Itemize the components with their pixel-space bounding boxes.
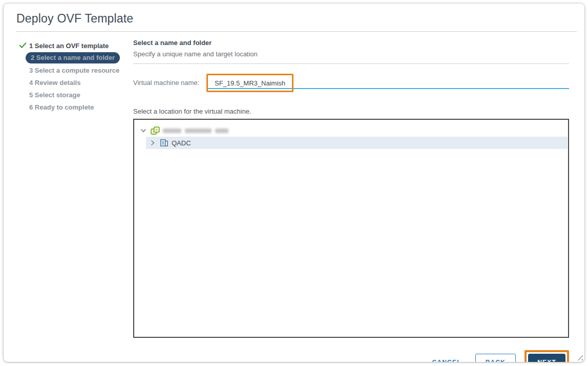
cancel-button[interactable]: CANCEL	[432, 354, 461, 362]
chevron-right-icon[interactable]	[149, 139, 156, 146]
step-ready-to-complete[interactable]: 6 Ready to complete	[4, 101, 129, 113]
location-tree: QADC	[133, 119, 569, 338]
wizard-footer: CANCEL BACK NEXT	[133, 350, 569, 362]
step-label: 1 Select an OVF template	[29, 42, 109, 50]
step-label: 3 Select a compute resource	[29, 67, 119, 74]
tree-row-datacenter-selected[interactable]: QADC	[146, 137, 568, 149]
step-select-compute-resource[interactable]: 3 Select a compute resource	[4, 64, 129, 76]
deploy-ovf-template-dialog: Deploy OVF Template 1 Select an OVF temp…	[4, 4, 584, 362]
step-review-details[interactable]: 4 Review details	[4, 76, 129, 89]
datacenter-label: QADC	[172, 139, 191, 147]
next-button[interactable]: NEXT	[528, 354, 565, 362]
step-label: 6 Ready to complete	[29, 103, 94, 111]
chevron-down-icon[interactable]	[140, 127, 147, 134]
annotation-box-vm-name: SF_19.5_MR3_Naimish	[206, 74, 293, 92]
section-title: Select a name and folder	[133, 39, 569, 47]
step-select-ovf-template[interactable]: 1 Select an OVF template	[4, 39, 129, 52]
wizard-steps-sidebar: 1 Select an OVF template 2 Select a name…	[4, 32, 129, 113]
datacenter-icon	[160, 139, 169, 147]
step-select-name-folder[interactable]: 2 Select a name and folder	[4, 52, 129, 64]
location-caption: Select a location for the virtual machin…	[133, 107, 569, 115]
redacted-vcenter-name	[163, 128, 228, 133]
annotation-box-next: NEXT	[524, 350, 569, 362]
vm-name-label: Virtual machine name:	[133, 79, 208, 87]
section-divider	[133, 63, 569, 64]
vm-name-field-row: Virtual machine name: SF_19.5_MR3_Naimis…	[133, 75, 569, 90]
dialog-header: Deploy OVF Template	[4, 4, 584, 26]
vcenter-icon	[151, 126, 160, 135]
back-button[interactable]: BACK	[475, 354, 516, 362]
vm-name-input[interactable]: SF_19.5_MR3_Naimish	[208, 76, 569, 89]
wizard-content: Select a name and folder Specify a uniqu…	[129, 32, 584, 362]
step-label: 5 Select storage	[29, 91, 80, 99]
check-icon	[19, 41, 27, 49]
dialog-title: Deploy OVF Template	[16, 12, 574, 26]
step-label: 4 Review details	[29, 79, 80, 87]
tree-row-vcenter[interactable]	[134, 124, 568, 137]
active-step-pill: 2 Select a name and folder	[26, 52, 120, 63]
vm-name-value: SF_19.5_MR3_Naimish	[215, 79, 285, 87]
step-select-storage[interactable]: 5 Select storage	[4, 89, 129, 101]
section-subtitle: Specify a unique name and target locatio…	[133, 50, 569, 58]
